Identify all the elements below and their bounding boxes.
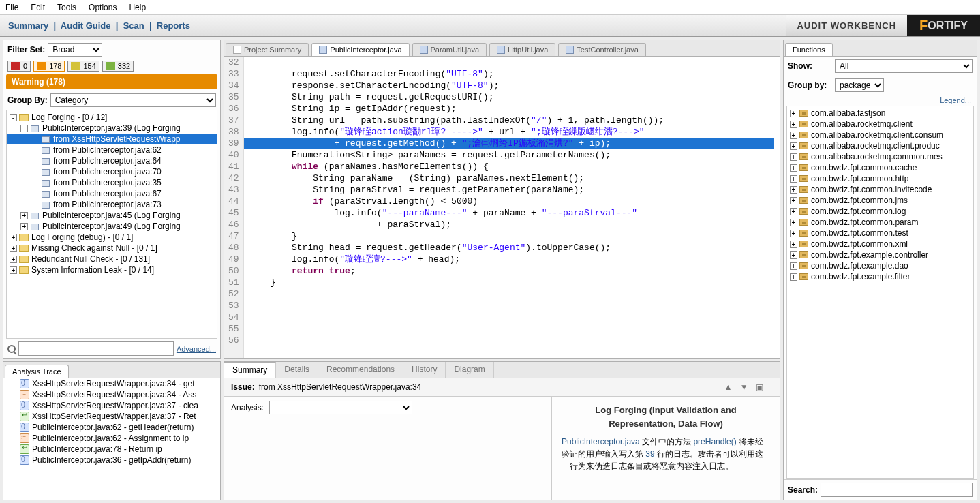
main-menubar[interactable]: File Edit Tools Options Help <box>0 0 980 15</box>
package-item[interactable]: +com.alibaba.rocketmq.client.produc <box>787 140 973 151</box>
package-item[interactable]: +com.bwdz.fpt.common.cache <box>787 162 973 173</box>
editor-tab[interactable]: Project Summary <box>226 43 309 56</box>
tree-item[interactable]: from XssHttpServletRequestWrapp <box>7 134 217 144</box>
tree-expander-icon[interactable]: + <box>790 164 797 172</box>
group-by-select[interactable]: Category <box>50 93 216 107</box>
trace-item[interactable]: XssHttpServletRequestWrapper.java:37 - R… <box>3 411 220 422</box>
analysis-select[interactable] <box>269 401 412 414</box>
tree-expander-icon[interactable]: + <box>10 245 17 252</box>
editor-tab[interactable]: ParamUtil.java <box>412 43 487 56</box>
editor-tab[interactable]: TestController.java <box>558 43 646 56</box>
tree-item[interactable]: +Redundant Null Check - [0 / 131] <box>7 254 217 264</box>
tree-expander-icon[interactable]: + <box>20 212 28 219</box>
toolbar-summary[interactable]: Summary <box>8 20 48 31</box>
severity-medium[interactable]: 154 <box>67 61 99 72</box>
menu-file[interactable]: File <box>5 3 18 12</box>
code-lines[interactable]: request.setCharacterEncoding("UTF-8"); r… <box>244 57 780 358</box>
package-item[interactable]: +com.alibaba.rocketmq.client <box>787 119 973 129</box>
tree-expander-icon[interactable]: + <box>790 262 797 270</box>
packages-tree[interactable]: +com.alibaba.fastjson+com.alibaba.rocket… <box>786 106 974 479</box>
details-tab[interactable]: Diagram <box>446 362 493 378</box>
package-item[interactable]: +com.bwdz.fpt.common.jms <box>787 195 973 206</box>
tree-expander-icon[interactable]: - <box>20 125 28 132</box>
filter-set-select[interactable]: Broad <box>48 43 102 57</box>
tree-expander-icon[interactable]: + <box>790 110 797 117</box>
trace-item[interactable]: PublicInterceptor.java:36 - getIpAddr(re… <box>3 455 220 466</box>
package-item[interactable]: +com.bwdz.fpt.common.test <box>787 228 973 239</box>
trace-list[interactable]: XssHttpServletRequestWrapper.java:34 - g… <box>3 378 220 500</box>
editor-tab[interactable]: PublicInterceptor.java <box>311 43 409 56</box>
analysis-trace-tab[interactable]: Analysis Trace <box>5 365 69 378</box>
details-tab[interactable]: History <box>403 362 446 378</box>
severity-high[interactable]: 178 <box>33 61 65 72</box>
desc-line-link[interactable]: 39 <box>645 449 654 459</box>
tree-expander-icon[interactable]: + <box>10 256 17 263</box>
tree-expander-icon[interactable]: + <box>790 153 797 161</box>
functions-show-select[interactable]: All <box>835 59 973 73</box>
package-item[interactable]: +com.bwdz.fpt.example.controller <box>787 249 973 260</box>
issues-search-input[interactable] <box>18 341 174 356</box>
tree-item[interactable]: +PublicInterceptor.java:49 (Log Forging <box>7 221 217 232</box>
advanced-link[interactable]: Advanced... <box>177 345 216 353</box>
trace-item[interactable]: PublicInterceptor.java:62 - Assignment t… <box>3 433 220 444</box>
tree-item[interactable]: from PublicInterceptor.java:62 <box>7 144 217 155</box>
details-tab[interactable]: Recommendations <box>318 362 403 378</box>
tree-item[interactable]: from PublicInterceptor.java:64 <box>7 155 217 166</box>
tree-item[interactable]: +System Information Leak - [0 / 14] <box>7 264 217 275</box>
tree-expander-icon[interactable]: + <box>790 142 797 150</box>
package-item[interactable]: +com.bwdz.fpt.example.filter <box>787 271 973 282</box>
toolbar-scan[interactable]: Scan <box>123 20 144 31</box>
tree-expander-icon[interactable]: + <box>790 186 797 194</box>
tree-expander-icon[interactable]: + <box>790 132 797 139</box>
code-area[interactable]: 3233343536373839404142434445464748495051… <box>224 57 780 358</box>
nav-arrows[interactable]: ▲ ▼ ▣ <box>724 382 773 392</box>
issues-tree[interactable]: -Log Forging - [0 / 12]-PublicIntercepto… <box>6 110 217 339</box>
functions-search-input[interactable] <box>821 483 973 497</box>
package-item[interactable]: +com.alibaba.rocketmq.common.mes <box>787 151 973 162</box>
tree-expander-icon[interactable]: + <box>10 234 17 241</box>
tree-expander-icon[interactable]: + <box>790 208 797 215</box>
package-item[interactable]: +com.bwdz.fpt.common.log <box>787 206 973 217</box>
tree-item[interactable]: -PublicInterceptor.java:39 (Log Forging <box>7 123 217 134</box>
tree-expander-icon[interactable]: + <box>790 241 797 248</box>
package-item[interactable]: +com.bwdz.fpt.example.dao <box>787 260 973 271</box>
severity-low[interactable]: 332 <box>102 61 134 72</box>
desc-method-link[interactable]: preHandle() <box>693 437 736 446</box>
legend-link[interactable]: Legend... <box>784 95 977 106</box>
tree-item[interactable]: +Missing Check against Null - [0 / 1] <box>7 243 217 254</box>
functions-groupby-select[interactable]: package <box>835 78 884 92</box>
details-tab[interactable]: Summary <box>224 362 276 378</box>
tree-expander-icon[interactable]: + <box>790 219 797 226</box>
tree-expander-icon[interactable]: + <box>790 252 797 259</box>
menu-options[interactable]: Options <box>89 3 117 12</box>
trace-item[interactable]: XssHttpServletRequestWrapper.java:37 - c… <box>3 400 220 411</box>
package-item[interactable]: +com.bwdz.fpt.common.xml <box>787 239 973 249</box>
tree-expander-icon[interactable]: + <box>790 197 797 204</box>
package-item[interactable]: +com.bwdz.fpt.common.invitecode <box>787 184 973 195</box>
package-item[interactable]: +com.alibaba.rocketmq.client.consum <box>787 129 973 140</box>
tree-item[interactable]: -Log Forging - [0 / 12] <box>7 112 217 123</box>
desc-file-link[interactable]: PublicInterceptor.java <box>562 437 640 446</box>
toolbar-audit-guide[interactable]: Audit Guide <box>61 20 111 31</box>
tree-expander-icon[interactable]: + <box>20 223 28 230</box>
tree-item[interactable]: +Log Forging (debug) - [0 / 1] <box>7 232 217 243</box>
tree-expander-icon[interactable]: + <box>790 175 797 183</box>
tree-expander-icon[interactable]: + <box>790 230 797 237</box>
trace-item[interactable]: XssHttpServletRequestWrapper.java:34 - A… <box>3 389 220 400</box>
editor-tab[interactable]: HttpUtil.java <box>489 43 555 56</box>
tree-expander-icon[interactable]: - <box>10 114 17 121</box>
package-item[interactable]: +com.alibaba.fastjson <box>787 108 973 119</box>
trace-item[interactable]: PublicInterceptor.java:62 - getHeader(re… <box>3 422 220 433</box>
tree-expander-icon[interactable]: + <box>790 121 797 128</box>
details-tab[interactable]: Details <box>276 362 318 378</box>
trace-item[interactable]: PublicInterceptor.java:78 - Return ip <box>3 444 220 455</box>
package-item[interactable]: +com.bwdz.fpt.common.http <box>787 173 973 184</box>
menu-help[interactable]: Help <box>129 3 146 12</box>
package-item[interactable]: +com.bwdz.fpt.common.param <box>787 217 973 228</box>
tree-item[interactable]: +PublicInterceptor.java:45 (Log Forging <box>7 210 217 221</box>
tree-item[interactable]: from PublicInterceptor.java:70 <box>7 166 217 177</box>
toolbar-reports[interactable]: Reports <box>157 20 190 31</box>
severity-critical[interactable]: 0 <box>7 61 31 72</box>
tree-item[interactable]: from PublicInterceptor.java:35 <box>7 177 217 188</box>
tree-expander-icon[interactable]: + <box>790 273 797 281</box>
